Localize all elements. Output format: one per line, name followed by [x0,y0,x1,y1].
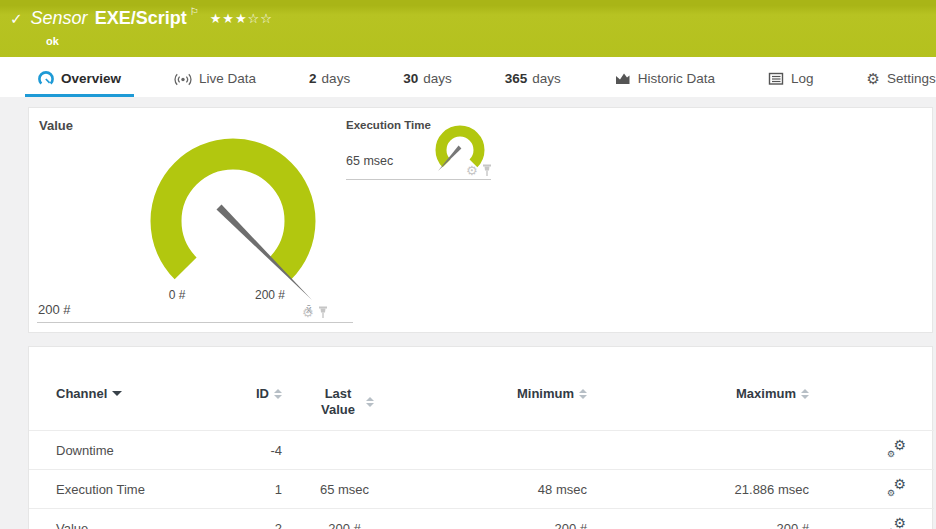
tab-30-days[interactable]: 30 days [390,63,465,97]
value-block-divider [37,322,353,323]
execution-time-current-reading: 65 msec [346,154,393,168]
tab-number: 2 [309,71,317,86]
tab-number: 30 [403,71,418,86]
value-gauge-max-label: 200 # [240,288,300,302]
execution-time-gauge-title: Execution Time [346,119,431,131]
edit-channel-gears-icon[interactable]: ⚙ ⚙ [887,518,906,529]
execution-time-block-divider [346,179,491,180]
column-label: Last Value [315,386,361,417]
table-row: Downtime -4 ⚙ ⚙ [29,431,934,470]
channel-last-value [282,431,407,470]
tab-label: Settings [887,71,936,86]
value-gauge: x̄ [133,129,333,314]
gear-icon[interactable]: ⚙ [302,305,314,320]
gauges-panel: Value x̄ 0 # 200 # 200 # ⚙ Execution Tim… [28,107,933,333]
channel-name: Downtime [29,431,234,470]
column-header-minimum[interactable]: Minimum [407,347,587,431]
page-title: EXE/Script [95,8,187,29]
tab-label: days [532,71,561,86]
live-data-icon [174,71,192,87]
sensor-type-prefix: Sensor [31,8,88,29]
value-current-reading: 200 # [38,302,71,317]
tab-historic-data[interactable]: Historic Data [601,63,728,97]
channel-name: Value [29,509,234,529]
column-header-last-value[interactable]: Last Value [282,347,407,431]
pin-icon[interactable] [318,306,328,319]
tab-bar: Overview Live Data 2 days 30 days 365 da… [0,57,936,97]
sensor-header: ✓ Sensor EXE/Script ⚐ ★★★☆☆ ok [0,0,936,57]
column-header-maximum[interactable]: Maximum [587,347,809,431]
channels-panel: Channel ID Last Value Minimum [28,346,933,529]
channel-minimum: 48 msec [407,470,587,509]
channel-minimum [407,431,587,470]
tab-number: 365 [505,71,528,86]
column-header-id[interactable]: ID [234,347,282,431]
table-row: Execution Time 1 65 msec 48 msec 21.886 … [29,470,934,509]
channel-id: -4 [234,431,282,470]
channels-table: Channel ID Last Value Minimum [29,347,934,529]
tab-label: Overview [61,71,121,86]
channel-name: Execution Time [29,470,234,509]
sensor-title-row: ✓ Sensor EXE/Script ⚐ ★★★☆☆ [8,8,936,29]
tab-overview[interactable]: Overview [25,63,134,97]
channel-id: 2 [234,509,282,529]
channel-maximum: 21.886 msec [587,470,809,509]
historic-data-icon [614,71,631,86]
sort-icon [801,389,809,399]
channel-minimum: 200 # [407,509,587,529]
gauge-icon [38,71,54,87]
tab-live-data[interactable]: Live Data [161,63,269,97]
column-header-channel[interactable]: Channel [29,347,234,431]
table-header-row: Channel ID Last Value Minimum [29,347,934,431]
channel-id: 1 [234,470,282,509]
tab-settings[interactable]: ⚙ Settings [854,63,936,97]
flag-icon: ⚐ [190,6,199,17]
sort-icon [579,389,587,399]
tab-2-days[interactable]: 2 days [296,63,363,97]
tab-log[interactable]: Log [755,63,827,97]
tab-label: Historic Data [638,71,715,86]
channel-maximum: 200 # [587,509,809,529]
gear-icon[interactable]: ⚙ [466,163,478,178]
content-area: Value x̄ 0 # 200 # 200 # ⚙ Execution Tim… [0,97,936,529]
channel-last-value: 65 msec [282,470,407,509]
edit-channel-gears-icon[interactable]: ⚙ ⚙ [887,479,906,496]
tab-label: days [423,71,452,86]
value-gauge-title: Value [39,118,73,133]
sort-icon [274,389,282,399]
status-badge: ok [46,35,936,47]
column-header-actions [809,347,934,431]
edit-channel-gears-icon[interactable]: ⚙ ⚙ [887,440,906,457]
status-check-icon: ✓ [10,10,23,28]
tab-label: days [322,71,351,86]
tab-label: Log [791,71,814,86]
column-label: Channel [56,386,107,401]
channel-last-value: 200 # [282,509,407,529]
log-icon [768,71,784,86]
value-gauge-controls: ⚙ [302,305,328,320]
column-label: ID [256,386,269,401]
sort-icon [366,397,374,407]
table-row: Value 2 200 # 200 # 200 # ⚙ ⚙ [29,509,934,529]
gear-icon: ⚙ [867,70,880,88]
channel-maximum [587,431,809,470]
sort-desc-icon [112,391,122,396]
priority-stars[interactable]: ★★★☆☆ [210,11,273,26]
value-gauge-min-label: 0 # [149,288,205,302]
tab-label: Live Data [199,71,256,86]
column-label: Maximum [736,386,796,401]
tab-365-days[interactable]: 365 days [492,63,574,97]
column-label: Minimum [517,386,574,401]
pin-icon[interactable] [482,164,492,177]
execution-time-gauge-controls: ⚙ [466,163,492,178]
